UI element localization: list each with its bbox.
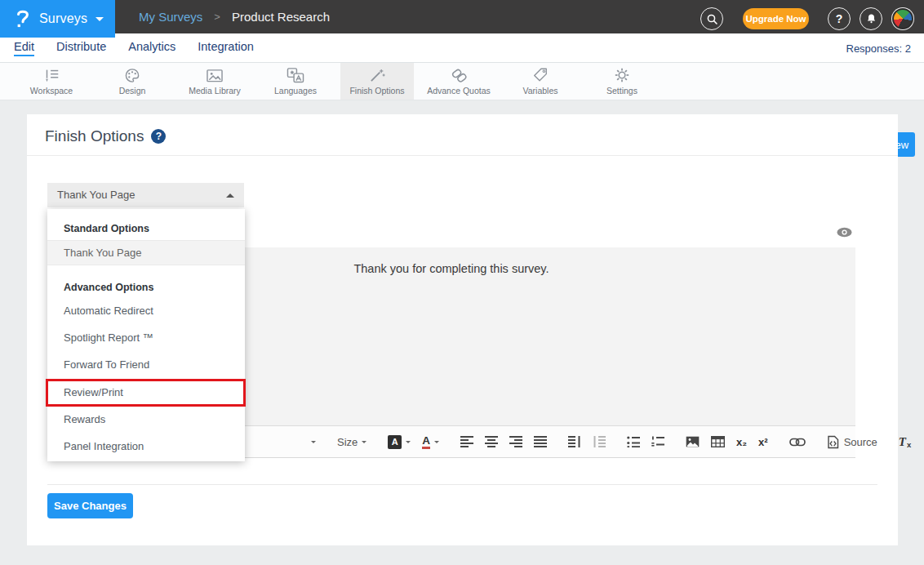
product-name: Surveys	[39, 11, 87, 26]
increase-indent-button[interactable]	[568, 436, 581, 447]
divider	[47, 484, 877, 485]
source-button[interactable]: Source	[827, 435, 877, 449]
page-title: Finish Options	[45, 127, 144, 145]
align-right-button[interactable]	[509, 436, 522, 447]
questionpro-app: Surveys My Surveys > Product Research Up…	[0, 0, 924, 565]
finish-option-dropdown: Standard Options Thank You Page Advanced…	[47, 209, 245, 461]
dropdown-group-advanced: Advanced Options	[64, 282, 153, 293]
background-color-combo[interactable]: A	[388, 435, 411, 449]
finish-options-card: Finish Options ? Thank you for completin…	[27, 114, 898, 545]
breadcrumb-my-surveys[interactable]: My Surveys	[139, 10, 202, 24]
edit-toolbar: Workspace Design Media Library	[0, 63, 924, 100]
align-center-icon	[485, 436, 498, 447]
toolbar-item-finish-options[interactable]: Finish Options	[340, 63, 414, 100]
align-left-icon	[460, 436, 473, 447]
toolbar-item-advance-quotas[interactable]: Advance Quotas	[422, 63, 495, 100]
avatar-image	[894, 10, 912, 28]
tab-analytics[interactable]: Analytics	[128, 33, 175, 63]
decrease-indent-icon	[593, 436, 606, 447]
translate-icon	[287, 67, 304, 83]
superscript-button[interactable]: x²	[758, 436, 768, 448]
numbered-list-button[interactable]	[651, 436, 664, 447]
image-icon	[206, 68, 224, 83]
dropdown-item-review-print[interactable]: Review/Print	[64, 386, 123, 398]
selected-option-label: Thank You Page	[47, 189, 135, 201]
insert-table-button[interactable]	[711, 436, 725, 447]
bulleted-list-icon	[627, 436, 640, 447]
tab-distribute[interactable]: Distribute	[56, 33, 106, 63]
insert-image-icon	[686, 436, 700, 447]
text-color-icon: A	[422, 435, 430, 449]
insert-table-icon	[711, 436, 725, 447]
numbered-list-icon	[651, 436, 664, 447]
dropdown-item-spotlight-report[interactable]: Spotlight Report ™	[64, 331, 153, 344]
survey-section-nav: Edit Distribute Analytics Integration Re…	[0, 33, 924, 63]
justify-icon	[534, 436, 547, 447]
source-icon	[827, 435, 839, 449]
increase-indent-icon	[568, 436, 581, 447]
palette-icon	[124, 68, 140, 83]
chevron-up-icon	[226, 189, 234, 198]
insert-image-button[interactable]	[686, 436, 700, 447]
size-combo[interactable]: Size	[337, 436, 366, 448]
eye-icon	[837, 227, 852, 238]
search-icon	[706, 13, 718, 25]
dropdown-group-standard: Standard Options	[64, 223, 149, 234]
justify-button[interactable]	[534, 436, 547, 447]
help-button[interactable]: ?	[828, 7, 851, 30]
responses-count[interactable]: Responses: 2	[846, 33, 912, 63]
dropdown-item-forward-to-friend[interactable]: Forward To Friend	[64, 358, 149, 371]
section-tabs: Edit Distribute Analytics Integration	[14, 33, 254, 63]
content-preview-toggle[interactable]	[837, 227, 852, 238]
dropdown-item-automatic-redirect[interactable]: Automatic Redirect	[64, 305, 153, 317]
upgrade-now-button[interactable]: Upgrade Now	[743, 8, 809, 29]
top-bar: Surveys My Surveys > Product Research Up…	[0, 0, 924, 33]
finish-options-help-icon[interactable]: ?	[151, 129, 166, 144]
chevron-down-icon	[96, 17, 104, 25]
dropdown-item-thank-you-page[interactable]: Thank You Page	[47, 240, 245, 265]
gear-icon	[614, 67, 630, 83]
background-color-icon: A	[388, 435, 402, 449]
toolbar-item-settings[interactable]: Settings	[585, 63, 659, 100]
clear-formatting-button[interactable]: Tx	[899, 435, 911, 449]
questionpro-logo-icon	[15, 8, 31, 29]
question-mark-icon: ?	[836, 12, 843, 25]
font-combo-caret[interactable]	[307, 438, 316, 446]
divider	[27, 155, 898, 156]
align-center-button[interactable]	[485, 436, 498, 447]
toolbar-item-workspace[interactable]: Workspace	[15, 63, 88, 100]
toolbar-item-design[interactable]: Design	[96, 63, 169, 100]
tab-edit[interactable]: Edit	[14, 33, 34, 63]
save-changes-button[interactable]: Save Changes	[47, 493, 133, 518]
toolbar-item-variables[interactable]: Variables	[504, 63, 577, 100]
search-button[interactable]	[700, 7, 723, 30]
pencil-list-icon	[42, 68, 60, 83]
breadcrumb: My Surveys > Product Research	[139, 0, 330, 33]
align-right-icon	[509, 436, 522, 447]
breadcrumb-current: Product Research	[232, 10, 330, 24]
subscript-button[interactable]: x₂	[736, 436, 747, 448]
finish-option-select[interactable]: Thank You Page	[47, 183, 244, 207]
insert-link-button[interactable]	[789, 438, 806, 447]
dropdown-item-panel-integration[interactable]: Panel Integration	[64, 440, 144, 452]
dropdown-item-rewards[interactable]: Rewards	[64, 413, 105, 425]
product-switcher[interactable]: Surveys	[0, 0, 115, 38]
bulleted-list-button[interactable]	[627, 436, 640, 447]
bell-icon	[865, 12, 877, 25]
tag-icon	[532, 67, 549, 83]
breadcrumb-separator: >	[214, 11, 220, 23]
decrease-indent-button[interactable]	[593, 436, 606, 447]
notifications-button[interactable]	[860, 7, 882, 30]
align-left-button[interactable]	[460, 436, 473, 447]
text-color-combo[interactable]: A	[422, 435, 439, 449]
toolbar-item-media-library[interactable]: Media Library	[178, 63, 251, 100]
chain-icon	[451, 67, 468, 83]
magic-wand-icon	[368, 68, 386, 83]
toolbar-item-languages[interactable]: Languages	[259, 63, 332, 100]
link-icon	[789, 438, 806, 447]
tab-integration[interactable]: Integration	[198, 33, 254, 63]
account-avatar[interactable]	[891, 7, 914, 30]
